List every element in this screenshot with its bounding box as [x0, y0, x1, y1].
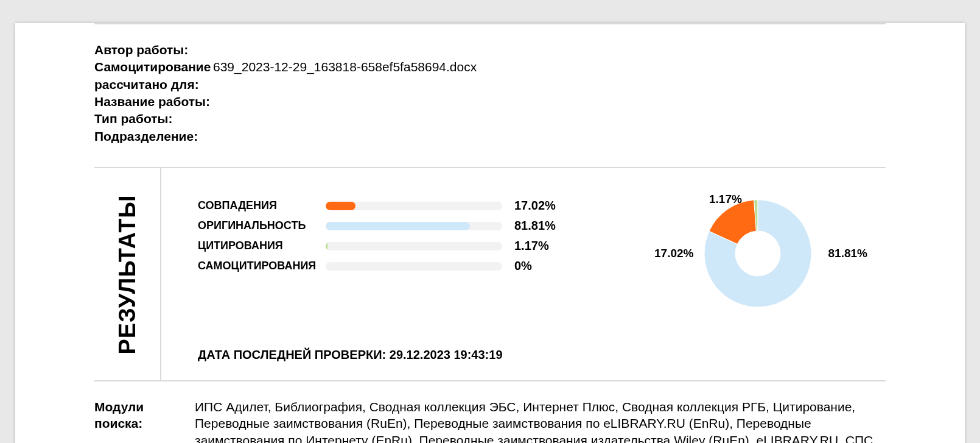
- metric-row: ОРИГИНАЛЬНОСТЬ81.81%: [198, 219, 556, 233]
- metric-value: 81.81%: [514, 219, 556, 233]
- meta-label: Подразделение:: [94, 128, 213, 145]
- metric-value: 17.02%: [514, 199, 556, 213]
- meta-row-selfcite: Самоцитирование рассчитано для: 639_2023…: [94, 58, 886, 93]
- modules-label: Модули поиска:: [94, 399, 195, 443]
- donut-chart: [700, 196, 816, 311]
- meta-label: Тип работы:: [94, 110, 213, 127]
- meta-row-title: Название работы:: [94, 93, 886, 110]
- metric-row: ЦИТИРОВАНИЯ1.17%: [198, 239, 556, 253]
- metric-bar-fill: [326, 202, 355, 210]
- metric-bar: [326, 242, 502, 250]
- report-page: Автор работы: Самоцитирование рассчитано…: [15, 23, 965, 443]
- meta-value: 639_2023-12-29_163818-658ef5fa58694.docx: [213, 58, 477, 93]
- date-check-label: ДАТА ПОСЛЕДНЕЙ ПРОВЕРКИ:: [198, 348, 386, 361]
- meta-label: Автор работы:: [94, 41, 213, 58]
- meta-row-dept: Подразделение:: [94, 128, 886, 145]
- modules-value: ИПС Адилет, Библиография, Сводная коллек…: [195, 399, 886, 443]
- metrics-list: СОВПАДЕНИЯ17.02%ОРИГИНАЛЬНОСТЬ81.81%ЦИТИ…: [198, 199, 556, 279]
- meta-label: Самоцитирование рассчитано для:: [94, 58, 213, 93]
- meta-label: Название работы:: [94, 93, 213, 110]
- metric-bar-fill: [326, 242, 327, 250]
- chart-label-originality: 81.81%: [828, 247, 867, 260]
- metric-bar-fill: [326, 222, 470, 230]
- metric-bar: [326, 262, 502, 271]
- metric-row: СОВПАДЕНИЯ17.02%: [198, 199, 556, 213]
- chart-label-citations: 1.17%: [709, 193, 742, 206]
- modules-section: Модули поиска: ИПС Адилет, Библиография,…: [94, 380, 886, 443]
- date-last-check: ДАТА ПОСЛЕДНЕЙ ПРОВЕРКИ: 29.12.2023 19:4…: [198, 348, 886, 362]
- results-section: РЕЗУЛЬТАТЫ СОВПАДЕНИЯ17.02%ОРИГИНАЛЬНОСТ…: [94, 167, 886, 380]
- meta-section: Автор работы: Самоцитирование рассчитано…: [94, 24, 886, 167]
- donut-chart-area: 1.17% 17.02% 81.81%: [556, 193, 886, 314]
- results-heading: РЕЗУЛЬТАТЫ: [114, 194, 141, 354]
- chart-label-matches: 17.02%: [654, 247, 693, 260]
- metric-bar: [326, 202, 502, 210]
- metric-label: САМОЦИТИРОВАНИЯ: [198, 260, 326, 272]
- metric-value: 0%: [514, 259, 532, 273]
- metric-bar: [326, 222, 502, 230]
- meta-row-author: Автор работы:: [94, 41, 886, 58]
- metric-label: ОРИГИНАЛЬНОСТЬ: [198, 219, 326, 232]
- results-heading-container: РЕЗУЛЬТАТЫ: [94, 168, 161, 380]
- metric-label: ЦИТИРОВАНИЯ: [198, 239, 326, 252]
- metric-value: 1.17%: [514, 239, 549, 253]
- metric-label: СОВПАДЕНИЯ: [198, 199, 326, 212]
- metric-row: САМОЦИТИРОВАНИЯ0%: [198, 259, 556, 273]
- date-check-value: 29.12.2023 19:43:19: [390, 348, 503, 361]
- meta-row-type: Тип работы:: [94, 110, 886, 127]
